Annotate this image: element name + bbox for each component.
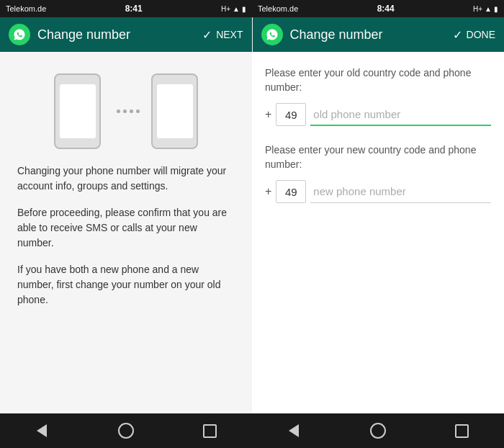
home-icon-right [370, 423, 386, 439]
description-1: Changing your phone number will migrate … [17, 163, 235, 194]
left-app-bar: Change number ✓ NEXT [0, 17, 252, 52]
next-label: NEXT [216, 29, 243, 40]
right-nav-bar [252, 413, 504, 448]
old-plus-sign: + [265, 108, 271, 121]
old-phone-screen [60, 84, 96, 138]
back-icon-right [289, 424, 299, 437]
new-phone-number-input[interactable] [310, 180, 491, 203]
right-panel: Please enter your old country code and p… [252, 52, 504, 413]
right-status-bar: Telekom.de 8:44 H+ ▲ ▮ [252, 0, 504, 17]
description-2: Before proceeding, please confirm that y… [17, 205, 235, 251]
right-app-bar: Change number ✓ DONE [253, 17, 505, 52]
new-number-label: Please enter your new country code and p… [265, 143, 491, 171]
whatsapp-icon-right [261, 24, 283, 45]
left-carrier: Telekom.de [6, 4, 46, 13]
recents-icon-left [203, 424, 217, 438]
left-panel: Changing your phone number will migrate … [0, 52, 252, 413]
right-screen-title: Change number [290, 27, 446, 42]
left-status-icons: H+ ▲ ▮ [221, 5, 246, 13]
battery-icon: ▮ [242, 5, 246, 13]
left-recents-button[interactable] [196, 416, 225, 445]
right-carrier: Telekom.de [258, 4, 298, 13]
done-button[interactable]: ✓ DONE [453, 28, 495, 42]
dot-4 [136, 109, 140, 113]
right-status-icons: H+ ▲ ▮ [473, 5, 498, 13]
right-time: 8:44 [377, 4, 395, 14]
description-3: If you have both a new phone and a new n… [17, 262, 235, 308]
right-network-icon: H+ [473, 5, 482, 13]
signal-icon: ▲ [233, 5, 240, 13]
new-country-code[interactable]: 49 [276, 180, 306, 203]
old-number-label: Please enter your old country code and p… [265, 66, 491, 94]
dot-1 [117, 109, 120, 113]
new-phone-screen [157, 84, 193, 138]
left-time: 8:41 [125, 4, 143, 14]
left-nav-bar [0, 413, 252, 448]
transfer-dots [117, 109, 140, 113]
status-bars: Telekom.de 8:41 H+ ▲ ▮ Telekom.de 8:44 H… [0, 0, 504, 17]
dot-2 [123, 109, 127, 113]
new-plus-sign: + [265, 185, 271, 198]
recents-icon-right [455, 424, 469, 438]
new-phone-input-row: + 49 [265, 180, 491, 203]
network-icon: H+ [221, 5, 230, 13]
old-phone-number-input[interactable] [310, 103, 491, 126]
left-status-bar: Telekom.de 8:41 H+ ▲ ▮ [0, 0, 252, 17]
whatsapp-icon-left [9, 24, 30, 45]
dot-3 [130, 109, 133, 113]
right-battery-icon: ▮ [494, 5, 498, 13]
left-back-button[interactable] [27, 416, 56, 445]
left-screen-title: Change number [37, 27, 195, 42]
main-content: Changing your phone number will migrate … [0, 52, 504, 413]
check-icon-right: ✓ [453, 28, 462, 42]
right-signal-icon: ▲ [485, 5, 492, 13]
right-back-button[interactable] [279, 416, 308, 445]
next-button[interactable]: ✓ NEXT [202, 28, 243, 42]
right-recents-button[interactable] [448, 416, 477, 445]
phone-illustration [17, 66, 235, 149]
old-phone-input-row: + 49 [265, 103, 491, 126]
new-number-section: Please enter your new country code and p… [265, 143, 491, 203]
check-icon-left: ✓ [202, 28, 212, 42]
app-bars: Change number ✓ NEXT Change number ✓ DON… [0, 17, 504, 52]
home-icon-left [118, 423, 134, 439]
old-country-code[interactable]: 49 [276, 103, 306, 126]
old-number-section: Please enter your old country code and p… [265, 66, 491, 126]
old-phone-shape [54, 73, 101, 149]
right-home-button[interactable] [364, 416, 392, 445]
back-icon-left [37, 424, 47, 437]
done-label: DONE [467, 29, 495, 40]
new-phone-shape [151, 73, 198, 149]
nav-bars [0, 413, 504, 448]
left-home-button[interactable] [112, 416, 140, 445]
